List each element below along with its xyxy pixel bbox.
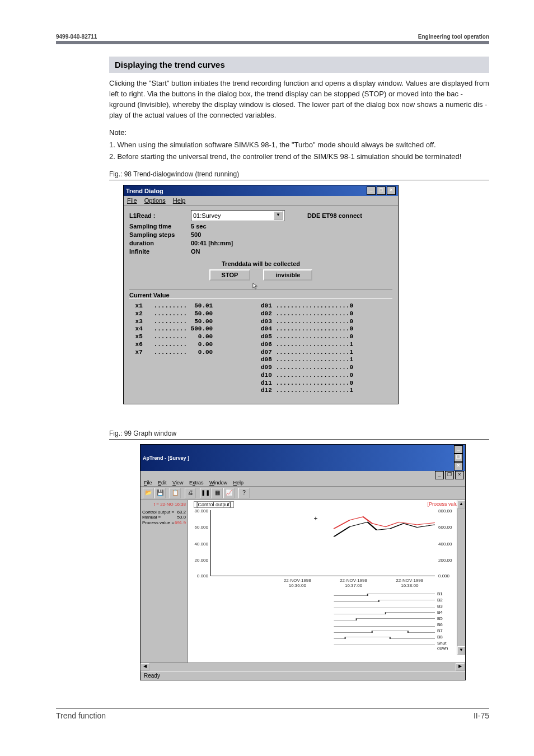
l1read-value: 01:Survey xyxy=(193,212,221,219)
graph-title: ApTrend - [Survey ] xyxy=(143,455,453,461)
header-right: Engineering tool operation xyxy=(418,34,489,40)
graph-window: ApTrend - [Survey ] _ ❐ × _ ❐ × File Edi… xyxy=(140,444,466,680)
graph-plot: [Control output] [Process value] + 80.00… xyxy=(188,500,465,662)
print-icon[interactable]: 🖨 xyxy=(185,488,196,498)
digital-track-label: Shut down xyxy=(437,641,457,651)
save-icon[interactable]: 💾 xyxy=(154,488,166,498)
scroll-right-icon[interactable]: ▶ xyxy=(456,663,465,671)
sidebar-reading: Manual =50.0 xyxy=(142,515,186,520)
open-icon[interactable]: 📂 xyxy=(143,488,154,498)
cursor-icon xyxy=(252,283,258,290)
digital-tracks: B1B2B3B4B5B6B7B8Shut down xyxy=(210,591,435,652)
child-close-icon[interactable]: × xyxy=(455,471,464,479)
sidebar-reading: Control output =68.2 xyxy=(142,510,186,515)
vertical-scrollbar[interactable]: ▲ ▼ xyxy=(457,500,465,655)
ytick: 80.000 xyxy=(189,508,208,514)
copy-icon[interactable]: 📋 xyxy=(170,488,181,498)
axis-area: + 80.000 60.000 40.000 20.000 0.000 800.… xyxy=(210,510,435,576)
infinite-label: Infinite xyxy=(129,248,191,255)
xtick: 22-NOV-199816:36:00 xyxy=(278,578,317,589)
curve-svg xyxy=(210,510,435,576)
invisible-button[interactable]: invisible xyxy=(263,269,312,281)
trend-dialog-title: Trend Dialog xyxy=(126,188,366,194)
note-label: Note: xyxy=(109,128,489,137)
minimize-icon[interactable]: _ xyxy=(367,186,376,195)
trend-dialog-titlebar[interactable]: Trend Dialog _ □ × xyxy=(124,185,398,196)
chart-icon[interactable]: 📈 xyxy=(223,488,235,498)
gmenu-file[interactable]: File xyxy=(144,480,152,486)
graph-restore-icon[interactable]: ❐ xyxy=(454,454,463,462)
help-icon[interactable]: ? xyxy=(238,488,250,498)
graph-close-icon[interactable]: × xyxy=(454,462,463,470)
footer-rule xyxy=(56,708,489,709)
digital-track-label: B1 xyxy=(437,591,457,596)
ytick: 40.000 xyxy=(189,542,208,547)
note-2: 2. Before starting the universal trend, … xyxy=(109,152,489,162)
graph-menubar: File Edit View Extras Window Help xyxy=(140,479,465,487)
ytick: 60.000 xyxy=(189,525,208,530)
l1read-label: L1Read : xyxy=(129,212,191,219)
scroll-down-icon[interactable]: ▼ xyxy=(457,646,465,655)
menu-file[interactable]: File xyxy=(127,197,137,204)
sampling-steps-value: 500 xyxy=(191,231,201,238)
plot-top-left-label: [Control output] xyxy=(194,501,234,508)
gmenu-edit[interactable]: Edit xyxy=(158,480,167,486)
infinite-value: ON xyxy=(191,248,200,255)
current-values: x1 ......... 50.01 x2 ......... 50.00 x3… xyxy=(129,299,392,398)
intro-paragraph: Clicking the "Start" button initiates th… xyxy=(109,78,489,120)
gmenu-extras[interactable]: Extras xyxy=(189,480,204,486)
digital-track-label: B4 xyxy=(437,610,457,615)
menu-help[interactable]: Help xyxy=(173,197,186,204)
fig99-caption: Fig.: 99 Graph window xyxy=(109,430,489,437)
status-bar: Ready xyxy=(140,671,465,680)
child-minimize-icon[interactable]: _ xyxy=(435,471,444,479)
header-left: 9499-040-82711 xyxy=(56,34,97,40)
sampling-time-value: 5 sec xyxy=(191,223,207,230)
sampling-steps-label: Sampling steps xyxy=(129,231,191,238)
graph-minimize-icon[interactable]: _ xyxy=(454,445,463,454)
ytick: 20.000 xyxy=(189,558,208,563)
sidebar-time: t = 22-NO 16:38 xyxy=(142,502,186,507)
trend-dialog-menubar: File Options Help xyxy=(124,196,398,206)
digital-track-label: B2 xyxy=(437,598,457,603)
footer-left: Trend function xyxy=(56,711,106,720)
menu-options[interactable]: Options xyxy=(144,197,166,204)
horizontal-scrollbar[interactable]: ◀ ▶ xyxy=(140,662,465,671)
trend-collect-note: Trenddata will be collected xyxy=(129,260,392,267)
note-1: 1. When using the simulation software SI… xyxy=(109,140,489,151)
dde-status: DDE ET98 connect xyxy=(307,212,362,219)
fig98-caption: Fig.: 98 Trend-dialogwindow (trend runni… xyxy=(109,170,489,178)
stop-button[interactable]: STOP xyxy=(209,269,251,281)
fig98-rule xyxy=(109,180,489,180)
gmenu-help[interactable]: Help xyxy=(233,480,244,486)
scroll-left-icon[interactable]: ◀ xyxy=(140,663,149,671)
xtick: 22-NOV-199816:38:00 xyxy=(390,578,429,589)
duration-value: 00:41 [hh:mm] xyxy=(191,240,233,246)
maximize-icon[interactable]: □ xyxy=(377,186,386,195)
sidebar-reading: Process value =691.9 xyxy=(142,520,186,526)
graph-titlebar[interactable]: ApTrend - [Survey ] _ ❐ × xyxy=(140,445,465,471)
current-value-label: Current Value xyxy=(129,290,392,299)
digital-track-label: B3 xyxy=(437,604,457,609)
pause-icon[interactable]: ❚❚ xyxy=(200,488,211,498)
xtick: 22-NOV-199816:37:00 xyxy=(334,578,373,589)
digital-track-label: B6 xyxy=(437,622,457,627)
x-values-column: x1 ......... 50.01 x2 ......... 50.00 x3… xyxy=(132,302,261,395)
grid-icon[interactable]: ▦ xyxy=(212,488,223,498)
digital-track-label: B8 xyxy=(437,634,457,640)
footer-right: II-75 xyxy=(474,711,489,720)
gmenu-window[interactable]: Window xyxy=(209,480,227,486)
digital-track-label: B5 xyxy=(437,616,457,621)
digital-track-label: B7 xyxy=(437,628,457,633)
digital-svg xyxy=(210,591,435,652)
chevron-down-icon[interactable]: ▼ xyxy=(274,211,283,220)
fig99-rule xyxy=(109,439,489,440)
close-icon[interactable]: × xyxy=(387,186,396,195)
child-restore-icon[interactable]: ❐ xyxy=(445,471,454,479)
duration-label: duration xyxy=(129,240,191,246)
gmenu-view[interactable]: View xyxy=(172,480,183,486)
header-rule xyxy=(56,41,489,44)
scroll-up-icon[interactable]: ▲ xyxy=(457,500,465,508)
d-values-column: d01 ....................0 d02 ..........… xyxy=(261,302,390,395)
l1read-combo[interactable]: 01:Survey ▼ xyxy=(191,210,285,221)
